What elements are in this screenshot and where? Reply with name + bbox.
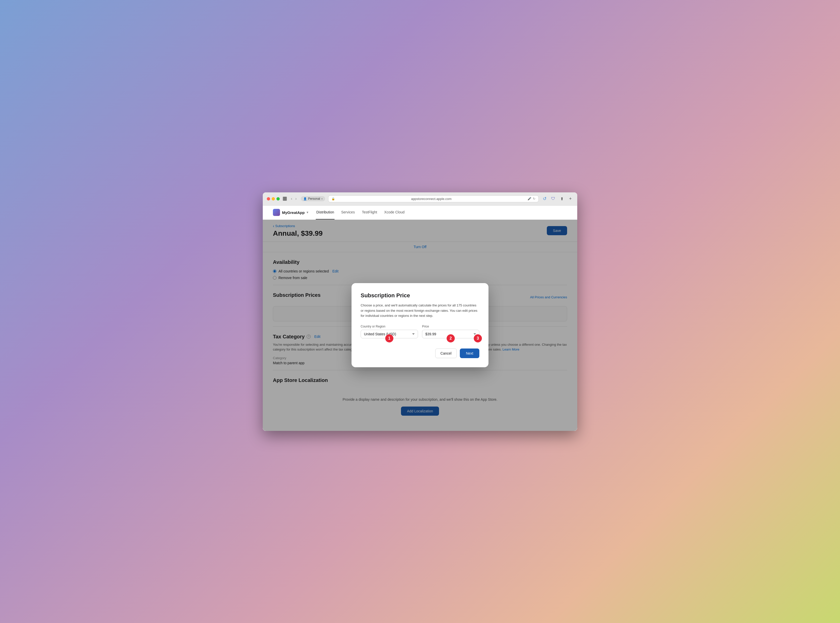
close-button[interactable] bbox=[267, 197, 270, 201]
modal-footer: Cancel Next bbox=[361, 348, 479, 358]
address-bar[interactable]: 🔒 appstoreconnect.apple.com 🎤 ↻ bbox=[328, 195, 539, 202]
price-group: Price $39.99 2 bbox=[422, 325, 479, 338]
nav-link-distribution[interactable]: Distribution bbox=[316, 206, 335, 219]
cancel-button[interactable]: Cancel bbox=[435, 348, 457, 358]
badge-2-label: 2 bbox=[450, 336, 452, 341]
badge-3-label: 3 bbox=[477, 336, 479, 341]
traffic-lights bbox=[267, 197, 280, 201]
app-icon bbox=[273, 209, 280, 216]
app-chevron-icon[interactable]: ▾ bbox=[307, 211, 308, 214]
nav-links: Distribution Services TestFlight Xcode C… bbox=[316, 206, 405, 219]
modal-title: Subscription Price bbox=[361, 292, 479, 299]
country-region-group: Country or Region United States (USD) 1 bbox=[361, 325, 418, 338]
app-name: MyGreatApp bbox=[282, 210, 305, 215]
modal-backdrop: Subscription Price Choose a price, and w… bbox=[263, 220, 577, 431]
modal-description: Choose a price, and we'll automatically … bbox=[361, 303, 479, 319]
next-button[interactable]: Next bbox=[460, 348, 479, 358]
reload-icon[interactable]: ↺ bbox=[542, 196, 547, 201]
page-wrapper: ‹ Subscriptions Annual, $39.99 Save Turn… bbox=[263, 220, 577, 431]
nav-link-services[interactable]: Services bbox=[341, 206, 355, 219]
microphone-icon: 🎤 bbox=[528, 197, 531, 201]
back-arrow[interactable]: ‹ bbox=[290, 196, 293, 201]
price-label: Price bbox=[422, 325, 479, 328]
maximize-button[interactable] bbox=[277, 197, 280, 201]
badge-2: 2 bbox=[447, 334, 455, 342]
modal: Subscription Price Choose a price, and w… bbox=[352, 283, 488, 367]
url-text: appstoreconnect.apple.com bbox=[337, 197, 526, 201]
sidebar-toggle[interactable] bbox=[283, 197, 287, 201]
forward-arrow[interactable]: › bbox=[294, 196, 297, 201]
badge-1-label: 1 bbox=[388, 336, 391, 341]
minimize-button[interactable] bbox=[272, 197, 275, 201]
nav-link-xcode-cloud[interactable]: Xcode Cloud bbox=[384, 206, 405, 219]
browser-chrome: ‹ › 👤 Personal ▾ 🔒 appstoreconnect.apple… bbox=[263, 192, 577, 206]
top-nav: MyGreatApp ▾ Distribution Services TestF… bbox=[263, 206, 577, 220]
new-tab-icon[interactable]: + bbox=[568, 196, 573, 201]
badge-1: 1 bbox=[385, 334, 393, 342]
lock-icon: 🔒 bbox=[331, 197, 335, 201]
app-logo: MyGreatApp ▾ bbox=[273, 209, 308, 216]
form-row: Country or Region United States (USD) 1 … bbox=[361, 325, 479, 338]
shield-icon[interactable]: 🛡 bbox=[550, 196, 556, 201]
browser-actions: ↺ 🛡 ⬆ + bbox=[542, 196, 573, 201]
profile-label: Personal bbox=[308, 197, 320, 201]
country-label: Country or Region bbox=[361, 325, 418, 328]
nav-arrows: ‹ › bbox=[290, 196, 298, 201]
badge-3: 3 bbox=[474, 334, 482, 342]
nav-link-testflight[interactable]: TestFlight bbox=[362, 206, 378, 219]
profile-pill[interactable]: 👤 Personal ▾ bbox=[301, 196, 325, 201]
share-icon[interactable]: ⬆ bbox=[559, 196, 565, 201]
app-content: MyGreatApp ▾ Distribution Services TestF… bbox=[263, 206, 577, 431]
refresh-icon[interactable]: ↻ bbox=[533, 197, 535, 201]
